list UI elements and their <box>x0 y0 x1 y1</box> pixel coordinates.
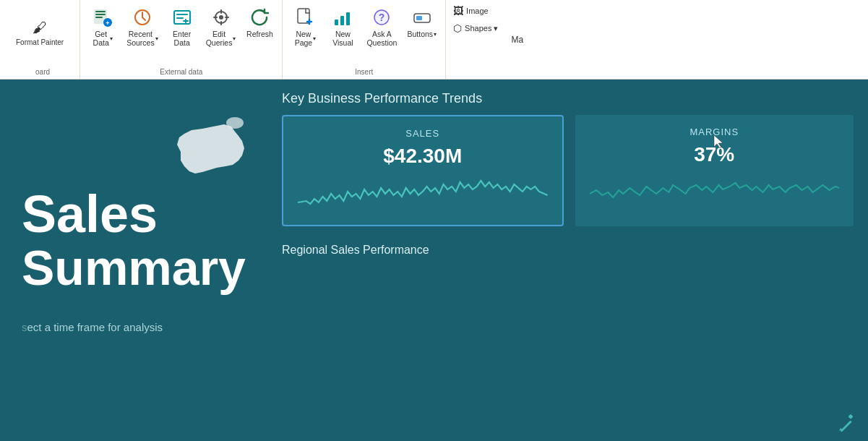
svg-point-13 <box>219 15 223 20</box>
margins-sparkline <box>590 172 840 212</box>
edit-queries-arrow: ▾ <box>233 35 236 42</box>
sales-title: Sales <box>22 188 253 240</box>
kpi-section-title: Key Business Performance Trends <box>282 91 854 106</box>
svg-rect-31 <box>848 414 853 419</box>
svg-rect-21 <box>335 20 338 25</box>
edit-queries-label: Edit Queries <box>206 30 233 47</box>
svg-rect-8 <box>176 14 188 15</box>
recent-sources-icon <box>131 6 154 29</box>
buttons-button[interactable]: Buttons ▾ <box>403 3 441 41</box>
svg-text:?: ? <box>379 12 385 23</box>
insert-buttons: New Page ▾ New Visual <box>283 3 445 64</box>
get-data-arrow: ▾ <box>110 35 113 42</box>
svg-rect-1 <box>95 11 106 12</box>
image-button[interactable]: 🖼 Image <box>450 3 501 19</box>
margins-card-title: MARGINS <box>590 127 840 137</box>
svg-rect-30 <box>841 421 852 432</box>
sales-kpi-card[interactable]: SALES $42.30M <box>282 115 564 226</box>
left-panel: Sales Summary sect a time frame for anal… <box>0 80 267 441</box>
sales-sparkline <box>298 174 548 213</box>
right-panel: Key Business Performance Trends SALES $4… <box>267 80 868 441</box>
enter-data-button[interactable]: Enter Data <box>164 3 200 64</box>
ask-question-label: Ask A Question <box>366 30 397 47</box>
svg-rect-22 <box>340 16 344 25</box>
australia-map-icon <box>166 108 253 181</box>
sales-card-value: $42.30M <box>298 145 548 168</box>
get-data-icon: + <box>91 6 114 29</box>
kpi-cards-row: SALES $42.30M MARGINS 37% <box>282 115 854 226</box>
new-page-label: New Page <box>295 30 313 47</box>
svg-rect-9 <box>176 17 184 19</box>
recent-sources-arrow: ▾ <box>155 35 158 42</box>
new-page-arrow: ▾ <box>313 35 316 42</box>
right-stack-section: 🖼 Image ⬡ Shapes ▾ <box>446 0 505 79</box>
image-label: Image <box>466 7 489 15</box>
format-painter-button[interactable]: 🖌 Format Painter <box>12 15 68 49</box>
ask-question-icon: ? <box>370 6 393 29</box>
dashboard: Sales Summary sect a time frame for anal… <box>0 80 868 441</box>
buttons-arrow: ▾ <box>434 31 437 38</box>
recent-sources-label: Recent Sources <box>126 30 155 47</box>
shapes-button[interactable]: ⬡ Shapes ▾ <box>450 20 501 36</box>
svg-rect-3 <box>95 17 103 18</box>
sales-card-title: SALES <box>298 128 548 139</box>
new-visual-label: New Visual <box>332 30 353 47</box>
edit-queries-icon <box>210 6 233 29</box>
refresh-icon <box>248 6 271 29</box>
svg-rect-27 <box>416 16 422 20</box>
recent-sources-button[interactable]: Recent Sources ▾ <box>122 3 163 64</box>
new-visual-icon <box>331 6 354 29</box>
enter-data-label: Enter Data <box>173 30 191 47</box>
svg-rect-2 <box>95 14 106 15</box>
shapes-label: Shapes ▾ <box>465 24 498 33</box>
buttons-label: Buttons <box>407 30 433 38</box>
ask-question-button[interactable]: ? Ask A Question <box>362 3 401 50</box>
get-data-label: Get Data <box>93 30 109 47</box>
new-page-button[interactable]: New Page ▾ <box>287 3 323 50</box>
summary-title: Summary <box>22 243 253 292</box>
more-button[interactable]: Ma <box>505 0 529 79</box>
bottom-right-edit-icon <box>838 412 858 435</box>
external-data-buttons: + Get Data ▾ Recent Sources <box>80 3 282 64</box>
get-data-button[interactable]: + Get Data ▾ <box>85 3 121 64</box>
insert-section: New Page ▾ New Visual <box>283 0 446 79</box>
enter-data-icon <box>171 6 194 29</box>
external-data-section: + Get Data ▾ Recent Sources <box>80 0 283 79</box>
new-page-icon <box>293 6 317 29</box>
svg-rect-23 <box>346 12 350 25</box>
refresh-label: Refresh <box>246 30 273 38</box>
svg-text:+: + <box>106 20 110 27</box>
clipboard-section: 🖌 Format Painter oard <box>6 0 80 79</box>
regional-section-title: Regional Sales Performance <box>282 244 854 257</box>
edit-queries-button[interactable]: Edit Queries ▾ <box>202 3 241 64</box>
margins-card-value: 37% <box>590 143 840 166</box>
ribbon: 🖌 Format Painter oard + <box>0 0 868 80</box>
shapes-icon: ⬡ <box>453 22 462 34</box>
buttons-icon <box>411 6 434 29</box>
margins-kpi-card[interactable]: MARGINS 37% <box>575 115 854 226</box>
refresh-button[interactable]: Refresh <box>241 3 278 64</box>
subtitle: sect a time frame for analysis <box>22 321 253 333</box>
new-visual-button[interactable]: New Visual <box>325 3 361 50</box>
image-icon: 🖼 <box>453 5 463 17</box>
svg-point-28 <box>226 117 244 129</box>
